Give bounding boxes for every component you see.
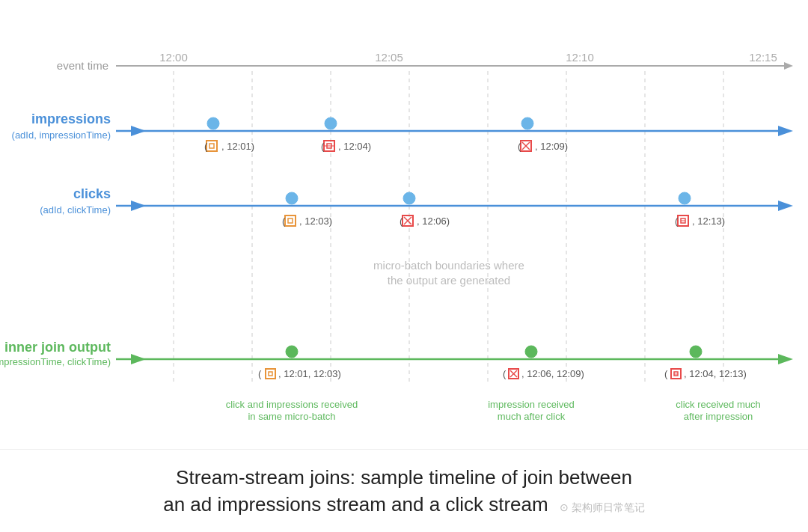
svg-text:(: ( xyxy=(400,215,403,227)
svg-text:(: ( xyxy=(321,141,325,152)
svg-text:, 12:03): , 12:03) xyxy=(299,215,332,227)
svg-text:the output are generated: the output are generated xyxy=(388,274,510,287)
svg-text:, 12:13): , 12:13) xyxy=(692,215,725,227)
svg-point-67 xyxy=(286,346,298,358)
svg-text:impressions: impressions xyxy=(31,111,111,126)
svg-point-43 xyxy=(286,192,298,204)
svg-text:clicks: clicks xyxy=(73,186,111,201)
svg-text:(: ( xyxy=(675,215,679,227)
footer-line2: an ad impressions stream and a click str… xyxy=(163,493,548,516)
svg-text:, 12:01, 12:03): , 12:01, 12:03) xyxy=(278,368,341,379)
svg-text:inner join output: inner join output xyxy=(4,340,111,355)
svg-text:, 12:09): , 12:09) xyxy=(535,141,568,152)
svg-text:click and impressions received: click and impressions received xyxy=(226,399,358,410)
svg-text:(: ( xyxy=(204,141,208,152)
svg-text:, 12:06, 12:09): , 12:06, 12:09) xyxy=(521,368,584,379)
svg-text:much after click: much after click xyxy=(498,411,566,422)
svg-text:(adId, impressionTime,  clickT: (adId, impressionTime, clickTime) xyxy=(0,356,111,367)
svg-text:, 12:01): , 12:01) xyxy=(221,141,254,152)
svg-text:, 12:04): , 12:04) xyxy=(338,141,371,152)
svg-text:12:00: 12:00 xyxy=(159,51,188,64)
svg-text:event time: event time xyxy=(57,59,108,72)
svg-point-21 xyxy=(207,117,219,129)
svg-text:, 12:04, 12:13): , 12:04, 12:13) xyxy=(684,368,747,379)
svg-text:12:05: 12:05 xyxy=(375,51,403,64)
svg-text:(: ( xyxy=(282,215,286,227)
svg-text:, 12:06): , 12:06) xyxy=(417,215,450,227)
svg-text:(: ( xyxy=(518,141,521,152)
svg-point-54 xyxy=(679,192,691,204)
svg-text:impression received: impression received xyxy=(488,399,575,410)
svg-text:in same micro-batch: in same micro-batch xyxy=(248,411,335,422)
svg-text:click received much: click received much xyxy=(676,399,760,410)
svg-text:(: ( xyxy=(258,368,262,379)
svg-point-32 xyxy=(521,117,533,129)
svg-text:micro-batch boundaries where: micro-batch boundaries where xyxy=(373,259,524,272)
footer-title: Stream-stream joins: sample timeline of … xyxy=(163,464,645,519)
svg-point-82 xyxy=(690,346,702,358)
svg-text:12:15: 12:15 xyxy=(749,51,777,64)
svg-point-26 xyxy=(325,117,337,129)
svg-text:(: ( xyxy=(664,368,668,379)
svg-text:12:10: 12:10 xyxy=(566,51,594,64)
svg-point-48 xyxy=(403,192,415,204)
svg-text:(adId, clickTime): (adId, clickTime) xyxy=(40,204,111,215)
diagram-area: 12:00 12:05 12:10 12:15 event time impre… xyxy=(0,0,808,449)
svg-point-74 xyxy=(525,346,537,358)
svg-text:(: ( xyxy=(503,368,506,379)
svg-text:after impression: after impression xyxy=(684,411,753,422)
watermark-text: 架构师日常笔记 xyxy=(572,501,645,513)
svg-text:(adId, impressionTime): (adId, impressionTime) xyxy=(12,129,111,141)
footer-line1: Stream-stream joins: sample timeline of … xyxy=(176,466,632,489)
footer-area: Stream-stream joins: sample timeline of … xyxy=(0,449,808,532)
